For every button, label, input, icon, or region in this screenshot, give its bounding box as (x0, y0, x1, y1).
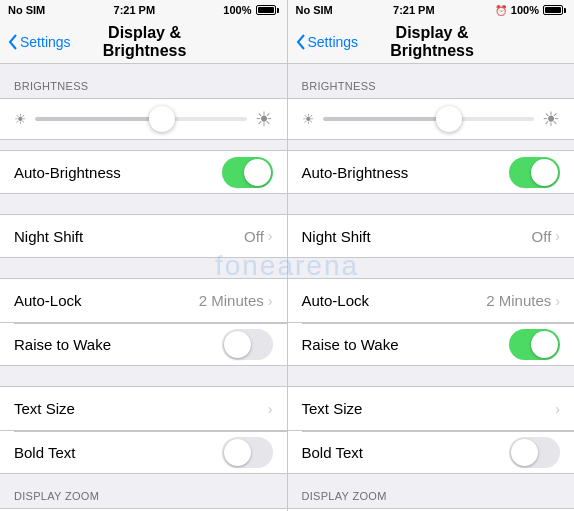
battery-percent-right: 100% (511, 4, 539, 16)
nav-title-left: Display & Brightness (71, 24, 219, 60)
battery-icon-right (543, 5, 566, 15)
bold-text-label-right: Bold Text (302, 444, 510, 461)
text-size-label-left: Text Size (14, 400, 268, 417)
raise-to-wake-toggle-left[interactable] (222, 329, 273, 360)
brightness-row-left: ☀ ☀ (0, 98, 287, 140)
back-label-right: Settings (308, 34, 359, 50)
panel-right: Settings Display & Brightness BRIGHTNESS… (287, 20, 575, 511)
status-right-panel: No SIM 7:21 PM ⏰ 100% (287, 0, 575, 20)
text-size-row-right[interactable]: Text Size › (288, 386, 575, 430)
auto-brightness-label-left: Auto-Brightness (14, 164, 222, 181)
bold-text-row-left: Bold Text (0, 430, 287, 474)
brightness-row-right: ☀ ☀ (288, 98, 575, 140)
auto-brightness-toggle-right[interactable] (509, 157, 560, 188)
sun-large-left: ☀ (255, 107, 273, 131)
panel-left: Settings Display & Brightness BRIGHTNESS… (0, 20, 287, 511)
nav-bar-left: Settings Display & Brightness (0, 20, 287, 64)
raise-to-wake-label-right: Raise to Wake (302, 336, 510, 353)
night-shift-value-left: Off (244, 228, 264, 245)
auto-lock-label-right: Auto-Lock (302, 292, 487, 309)
night-shift-label-right: Night Shift (302, 228, 532, 245)
raise-to-wake-toggle-right[interactable] (509, 329, 560, 360)
section-header-brightness-right: BRIGHTNESS (288, 64, 575, 98)
carrier-right: No SIM (296, 4, 333, 16)
night-shift-value-right: Off (532, 228, 552, 245)
night-shift-chevron-right: › (555, 228, 560, 244)
text-size-chevron-left: › (268, 401, 273, 417)
battery-icon-left (256, 5, 279, 15)
section-header-zoom-right: DISPLAY ZOOM (288, 474, 575, 508)
section-header-brightness-left: BRIGHTNESS (0, 64, 287, 98)
raise-to-wake-row-left: Raise to Wake (0, 322, 287, 366)
bold-text-row-right: Bold Text (288, 430, 575, 474)
status-right-left: 100% (223, 4, 278, 16)
battery-percent-left: 100% (223, 4, 251, 16)
night-shift-label-left: Night Shift (14, 228, 244, 245)
night-shift-row-left[interactable]: Night Shift Off › (0, 214, 287, 258)
auto-lock-row-left[interactable]: Auto-Lock 2 Minutes › (0, 278, 287, 322)
night-shift-row-right[interactable]: Night Shift Off › (288, 214, 575, 258)
time-right: 7:21 PM (393, 4, 435, 16)
night-shift-chevron-left: › (268, 228, 273, 244)
bold-text-toggle-left[interactable] (222, 437, 273, 468)
auto-brightness-toggle-left[interactable] (222, 157, 273, 188)
alarm-icon: ⏰ (495, 5, 507, 16)
brightness-slider-left[interactable] (35, 117, 247, 121)
time-left: 7:21 PM (114, 4, 156, 16)
sun-large-right: ☀ (542, 107, 560, 131)
auto-lock-chevron-left: › (268, 293, 273, 309)
auto-brightness-row-right: Auto-Brightness (288, 150, 575, 194)
carrier-left: No SIM (8, 4, 45, 16)
sun-small-left: ☀ (14, 111, 27, 127)
auto-lock-value-left: 2 Minutes (199, 292, 264, 309)
back-button-right[interactable]: Settings (296, 34, 359, 50)
back-button-left[interactable]: Settings (8, 34, 71, 50)
auto-lock-chevron-right: › (555, 293, 560, 309)
auto-brightness-row-left: Auto-Brightness (0, 150, 287, 194)
text-size-label-right: Text Size (302, 400, 556, 417)
bold-text-label-left: Bold Text (14, 444, 222, 461)
auto-brightness-label-right: Auto-Brightness (302, 164, 510, 181)
status-bar: No SIM 7:21 PM 100% No SIM 7:21 PM ⏰ 100… (0, 0, 574, 20)
text-size-chevron-right: › (555, 401, 560, 417)
section-header-zoom-left: DISPLAY ZOOM (0, 474, 287, 508)
text-size-row-left[interactable]: Text Size › (0, 386, 287, 430)
nav-title-right: Display & Brightness (358, 24, 506, 60)
auto-lock-label-left: Auto-Lock (14, 292, 199, 309)
raise-to-wake-label-left: Raise to Wake (14, 336, 222, 353)
sun-small-right: ☀ (302, 111, 315, 127)
status-right-right: ⏰ 100% (495, 4, 566, 16)
auto-lock-value-right: 2 Minutes (486, 292, 551, 309)
bold-text-toggle-right[interactable] (509, 437, 560, 468)
status-left: No SIM 7:21 PM 100% (0, 0, 287, 20)
brightness-slider-right[interactable] (323, 117, 535, 121)
raise-to-wake-row-right: Raise to Wake (288, 322, 575, 366)
back-label-left: Settings (20, 34, 71, 50)
nav-bar-right: Settings Display & Brightness (288, 20, 575, 64)
auto-lock-row-right[interactable]: Auto-Lock 2 Minutes › (288, 278, 575, 322)
